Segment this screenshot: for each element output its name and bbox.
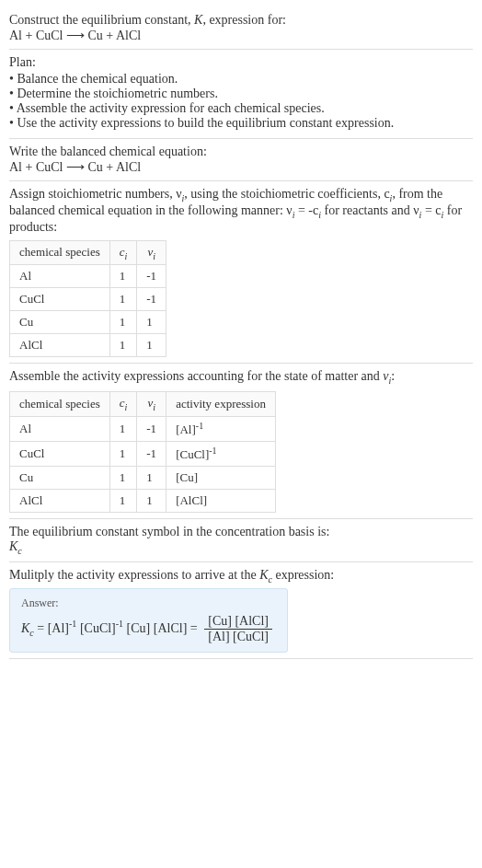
plan-title: Plan: [9, 55, 473, 70]
col-ci: ci [109, 391, 137, 416]
activity-title: Assemble the activity expressions accoun… [9, 369, 473, 386]
col-species: chemical species [10, 240, 110, 265]
multiply-section: Mulitply the activity expressions to arr… [9, 562, 473, 659]
answer-formula: Kc = [Al]-1 [CuCl]-1 [Cu] [AlCl] = [Cu] … [21, 614, 276, 644]
activity-section: Assemble the activity expressions accoun… [9, 364, 473, 519]
symbol-line2: Kc [9, 539, 473, 556]
answer-box: Answer: Kc = [Al]-1 [CuCl]-1 [Cu] [AlCl]… [9, 588, 288, 653]
answer-fraction: [Cu] [AlCl] [Al] [CuCl] [204, 614, 272, 644]
table-row: Al1-1 [10, 265, 166, 288]
table-row: AlCl11[AlCl] [10, 490, 276, 513]
stoich-section: Assign stoichiometric numbers, νi, using… [9, 181, 473, 364]
col-nui: νi [137, 240, 166, 265]
table-row: AlCl11 [10, 334, 166, 357]
plan-item: Use the activity expressions to build th… [9, 116, 473, 131]
symbol-line1: The equilibrium constant symbol in the c… [9, 525, 473, 539]
table-row: CuCl1-1[CuCl]-1 [10, 441, 276, 466]
multiply-title: Mulitply the activity expressions to arr… [9, 568, 473, 584]
intro-line1: Construct the equilibrium constant, K, e… [9, 13, 473, 28]
balanced-section: Write the balanced chemical equation: Al… [9, 139, 473, 181]
plan-item: Determine the stoichiometric numbers. [9, 87, 473, 101]
col-species: chemical species [10, 391, 110, 416]
stoich-table: chemical species ci νi Al1-1 CuCl1-1 Cu1… [9, 240, 166, 358]
table-row: Cu11[Cu] [10, 467, 276, 490]
answer-label: Answer: [21, 596, 276, 610]
intro-section: Construct the equilibrium constant, K, e… [9, 7, 473, 50]
plan-list: Balance the chemical equation. Determine… [9, 72, 473, 131]
balanced-title: Write the balanced chemical equation: [9, 145, 473, 159]
fraction-denominator: [Al] [CuCl] [204, 630, 272, 644]
col-nui: νi [137, 391, 166, 416]
plan-section: Plan: Balance the chemical equation. Det… [9, 50, 473, 139]
table-header-row: chemical species ci νi activity expressi… [10, 391, 276, 416]
plan-item: Balance the chemical equation. [9, 72, 473, 87]
table-row: Al1-1[Al]-1 [10, 416, 276, 441]
activity-table: chemical species ci νi activity expressi… [9, 391, 276, 513]
col-activity: activity expression [166, 391, 276, 416]
table-row: CuCl1-1 [10, 288, 166, 311]
plan-item: Assemble the activity expression for eac… [9, 101, 473, 116]
fraction-numerator: [Cu] [AlCl] [204, 614, 272, 630]
balanced-equation: Al + CuCl ⟶ Cu + AlCl [9, 159, 473, 175]
table-header-row: chemical species ci νi [10, 240, 166, 265]
symbol-section: The equilibrium constant symbol in the c… [9, 519, 473, 562]
col-ci: ci [109, 240, 137, 265]
intro-equation: Al + CuCl ⟶ Cu + AlCl [9, 28, 473, 43]
stoich-text: Assign stoichiometric numbers, νi, using… [9, 187, 473, 235]
table-row: Cu11 [10, 311, 166, 334]
